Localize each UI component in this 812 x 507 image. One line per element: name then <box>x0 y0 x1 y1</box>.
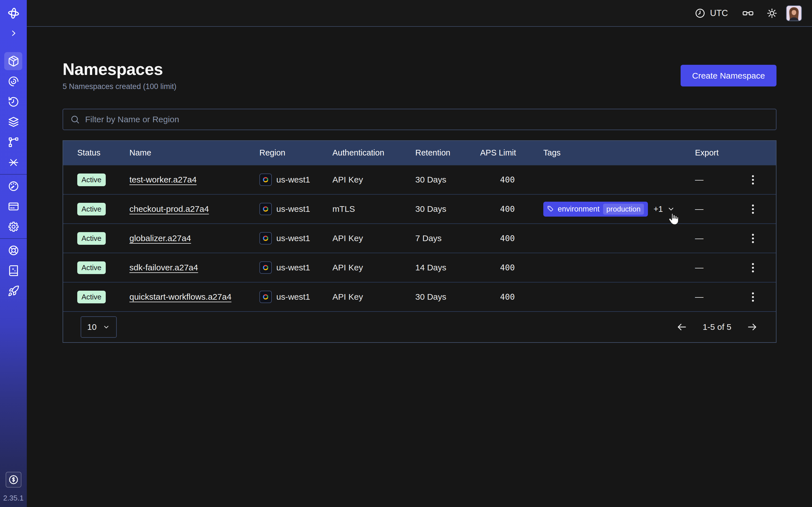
sidebar-bottom: 2.35.1 <box>0 472 27 507</box>
arrow-left-icon <box>676 321 688 333</box>
topbar: UTC <box>27 0 812 27</box>
export-value: — <box>695 204 703 214</box>
page-size-select[interactable]: 10 <box>81 316 117 338</box>
row-menu-button[interactable] <box>750 173 756 187</box>
sun-icon <box>766 8 777 19</box>
export-value: — <box>695 292 703 302</box>
sidebar-item-namespaces[interactable] <box>0 51 27 71</box>
sidebar-item-nexus[interactable] <box>0 132 27 152</box>
sidebar-nav-main <box>0 51 27 173</box>
sidebar-item-schedules[interactable] <box>0 92 27 112</box>
tags-more-count: +1 <box>654 205 663 214</box>
aps-value: 400 <box>480 263 543 272</box>
glasses-icon <box>742 7 754 19</box>
sidebar-item-support[interactable] <box>0 240 27 261</box>
table-row: Active test-worker.a27a4 us-west1 API Ke… <box>63 165 776 194</box>
credits-button[interactable] <box>6 472 21 488</box>
col-header-status: Status <box>63 148 130 158</box>
chevron-down-icon <box>102 323 110 331</box>
sidebar-divider <box>0 174 27 175</box>
gcp-cloud-icon <box>259 291 272 303</box>
table-row: Active sdk-failover.a27a4 us-west1 API K… <box>63 252 776 282</box>
user-avatar[interactable] <box>786 5 802 21</box>
page-title: Namespaces <box>63 60 163 79</box>
pagination-range-label: 1-5 of 5 <box>703 322 731 332</box>
theme-toggle-button[interactable] <box>766 8 777 19</box>
chevron-down-icon <box>667 205 675 213</box>
deployments-layers-icon <box>8 116 19 128</box>
tag-chip[interactable]: environment production <box>543 202 648 217</box>
sidebar-item-deployments[interactable] <box>0 112 27 132</box>
create-namespace-button[interactable]: Create Namespace <box>680 65 776 87</box>
filter-input[interactable] <box>85 115 769 124</box>
namespace-link[interactable]: globalizer.a27a4 <box>130 233 191 243</box>
row-menu-button[interactable] <box>750 261 756 275</box>
nexus-branch-icon <box>8 136 19 148</box>
previous-page-button[interactable] <box>676 321 688 333</box>
table-footer: 10 1-5 of 5 <box>63 311 776 342</box>
getting-started-rocket-icon <box>8 285 19 297</box>
aps-value: 400 <box>480 233 543 243</box>
sidebar-item-settings[interactable] <box>0 217 27 237</box>
row-menu-button[interactable] <box>750 231 756 245</box>
region-label: us-west1 <box>276 233 310 243</box>
temporal-logo-icon <box>7 6 20 20</box>
aps-value: 400 <box>480 204 543 214</box>
namespace-link[interactable]: quickstart-workflows.a27a4 <box>130 292 232 301</box>
pagination: 1-5 of 5 <box>676 321 758 333</box>
workflows-spiral-icon <box>8 75 19 87</box>
retention-value: 7 Days <box>415 233 480 243</box>
sidebar-nav-help <box>0 240 27 301</box>
clock-icon <box>695 8 706 19</box>
status-badge: Active <box>77 173 106 186</box>
namespaces-table: Status Name Region Authentication Retent… <box>63 140 776 343</box>
auth-value: API Key <box>333 175 415 184</box>
retention-value: 30 Days <box>415 175 480 184</box>
gcp-cloud-icon <box>259 203 272 215</box>
namespace-link[interactable]: sdk-failover.a27a4 <box>130 263 198 272</box>
namespace-link[interactable]: test-worker.a27a4 <box>130 175 197 184</box>
tag-icon <box>547 205 554 213</box>
aps-value: 400 <box>480 292 543 302</box>
col-header-aps-limit: APS Limit <box>480 148 543 158</box>
sidebar: 2.35.1 <box>0 0 27 507</box>
sidebar-expand-chevron-icon[interactable] <box>9 27 18 39</box>
next-page-button[interactable] <box>747 321 758 333</box>
namespace-link[interactable]: checkout-prod.a27a4 <box>130 204 209 214</box>
credits-seal-dollar-icon <box>8 474 19 485</box>
col-header-export: Export <box>695 148 776 158</box>
sidebar-item-usage[interactable] <box>0 176 27 196</box>
row-menu-button[interactable] <box>750 202 756 216</box>
region-label: us-west1 <box>276 204 310 214</box>
table-header-row: Status Name Region Authentication Retent… <box>63 141 776 165</box>
timezone-button[interactable]: UTC <box>695 8 728 19</box>
sidebar-divider <box>0 238 27 239</box>
sidebar-item-getting-started[interactable] <box>0 281 27 301</box>
col-header-tags: Tags <box>543 148 695 158</box>
page-size-value: 10 <box>87 322 96 332</box>
sidebar-item-docs[interactable] <box>0 261 27 281</box>
table-row: Active checkout-prod.a27a4 us-west1 mTLS… <box>63 194 776 223</box>
tags-cell: environment production +1 <box>543 202 695 217</box>
sidebar-item-billing[interactable] <box>0 196 27 217</box>
usage-gauge-icon <box>8 180 19 192</box>
filter-bar <box>63 109 776 130</box>
support-lifebuoy-icon <box>8 244 19 256</box>
sidebar-item-workflows[interactable] <box>0 71 27 92</box>
export-value: — <box>695 175 703 184</box>
status-badge: Active <box>77 203 106 216</box>
status-badge: Active <box>77 262 106 274</box>
tags-expand-button[interactable] <box>667 205 675 213</box>
col-header-authentication: Authentication <box>333 148 415 158</box>
sidebar-item-batch-operations[interactable] <box>0 152 27 173</box>
table-row: Active globalizer.a27a4 us-west1 API Key… <box>63 223 776 252</box>
retention-value: 30 Days <box>415 292 480 302</box>
region-label: us-west1 <box>276 263 310 272</box>
region-label: us-west1 <box>276 292 310 302</box>
gcp-cloud-icon <box>259 232 272 244</box>
dev-mode-button[interactable] <box>742 7 754 19</box>
namespaces-cube-icon <box>8 55 19 67</box>
retention-value: 30 Days <box>415 204 480 214</box>
row-menu-button[interactable] <box>750 290 756 304</box>
region-label: us-west1 <box>276 175 310 184</box>
